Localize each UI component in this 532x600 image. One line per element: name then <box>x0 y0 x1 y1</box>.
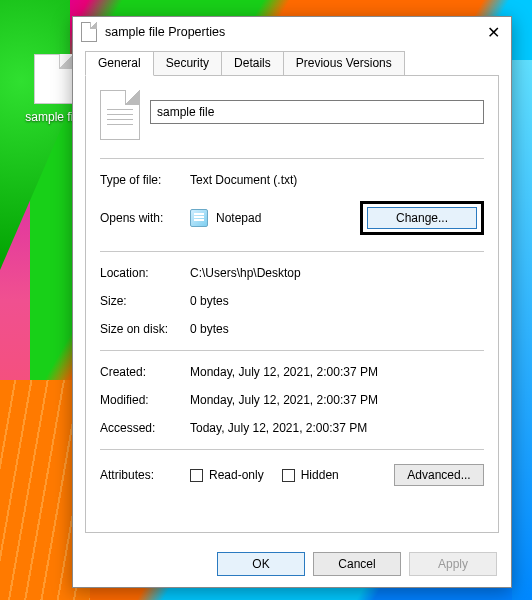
cancel-button[interactable]: Cancel <box>313 552 401 576</box>
dialog-footer: OK Cancel Apply <box>73 541 511 587</box>
value-opens-with: Notepad <box>216 211 261 225</box>
separator <box>100 350 484 351</box>
separator <box>100 158 484 159</box>
separator <box>100 449 484 450</box>
apply-button[interactable]: Apply <box>409 552 497 576</box>
value-accessed: Today, July 12, 2021, 2:00:37 PM <box>190 421 484 435</box>
bg-stripe <box>512 60 532 600</box>
notepad-icon <box>190 209 208 227</box>
separator <box>100 251 484 252</box>
label-location: Location: <box>100 266 190 280</box>
value-location: C:\Users\hp\Desktop <box>190 266 484 280</box>
tab-security[interactable]: Security <box>153 51 222 75</box>
tab-panel-general: Type of file: Text Document (.txt) Opens… <box>85 75 499 533</box>
tab-general[interactable]: General <box>85 51 154 76</box>
bg-stripe <box>0 0 70 270</box>
close-button[interactable]: ✕ <box>475 17 511 47</box>
label-size-on-disk: Size on disk: <box>100 322 190 336</box>
checkbox-box <box>282 469 295 482</box>
label-created: Created: <box>100 365 190 379</box>
properties-window: sample file Properties ✕ General Securit… <box>72 16 512 588</box>
file-name-input[interactable] <box>150 100 484 124</box>
readonly-checkbox[interactable]: Read-only <box>190 468 264 482</box>
label-opens-with: Opens with: <box>100 211 190 225</box>
readonly-label: Read-only <box>209 468 264 482</box>
desktop-background: sample file sample file Properties ✕ Gen… <box>0 0 532 600</box>
value-size-on-disk: 0 bytes <box>190 322 484 336</box>
text-file-icon <box>34 54 74 104</box>
label-modified: Modified: <box>100 393 190 407</box>
hidden-checkbox[interactable]: Hidden <box>282 468 339 482</box>
checkbox-box <box>190 469 203 482</box>
value-modified: Monday, July 12, 2021, 2:00:37 PM <box>190 393 484 407</box>
titlebar[interactable]: sample file Properties ✕ <box>73 17 511 47</box>
ok-button[interactable]: OK <box>217 552 305 576</box>
highlight-box: Change... <box>360 201 484 235</box>
text-file-icon <box>100 90 140 140</box>
tab-strip: General Security Details Previous Versio… <box>73 51 511 75</box>
tab-details[interactable]: Details <box>221 51 284 75</box>
value-created: Monday, July 12, 2021, 2:00:37 PM <box>190 365 484 379</box>
label-attributes: Attributes: <box>100 468 190 482</box>
hidden-label: Hidden <box>301 468 339 482</box>
value-size: 0 bytes <box>190 294 484 308</box>
change-button[interactable]: Change... <box>367 207 477 229</box>
advanced-button[interactable]: Advanced... <box>394 464 484 486</box>
text-file-icon <box>81 22 97 42</box>
label-size: Size: <box>100 294 190 308</box>
label-accessed: Accessed: <box>100 421 190 435</box>
label-type-of-file: Type of file: <box>100 173 190 187</box>
window-title: sample file Properties <box>105 25 475 39</box>
tab-previous-versions[interactable]: Previous Versions <box>283 51 405 75</box>
value-type-of-file: Text Document (.txt) <box>190 173 484 187</box>
